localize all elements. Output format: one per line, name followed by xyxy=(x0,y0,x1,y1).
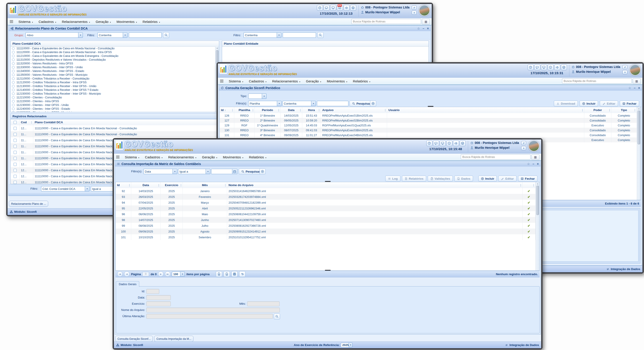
form-nome-arquivo-field[interactable] xyxy=(146,308,280,312)
menu-relacionamentos[interactable]: Relacionamentos xyxy=(62,20,90,24)
search-input[interactable] xyxy=(562,78,632,84)
radio-button[interactable] xyxy=(12,74,15,76)
menu-relatorios[interactable]: Relatórios xyxy=(249,155,267,159)
close-session-button[interactable] xyxy=(521,146,526,150)
account-list-item[interactable]: 112130000 - Créditos Tributários a Receb… xyxy=(11,84,216,88)
radio-button[interactable] xyxy=(12,55,15,57)
account-list-item[interactable]: 111110000 - Caixa e Equivalentes de Caix… xyxy=(11,46,216,50)
menu-relatorios[interactable]: Relatórios xyxy=(353,79,371,83)
column-menu-icon[interactable] xyxy=(634,108,636,112)
radio-button[interactable] xyxy=(12,66,15,68)
menu-relacionamentos[interactable]: Relacionamentos xyxy=(272,79,300,83)
table-row[interactable]: 93 26/03/2025 2025 Fevereiro 20250326174… xyxy=(116,194,536,200)
row-checkbox[interactable] xyxy=(14,175,17,178)
chat-icon[interactable] xyxy=(433,140,439,146)
help-icon[interactable]: ? xyxy=(317,5,323,11)
validacoes-button[interactable]: Validações xyxy=(428,176,453,182)
menu-relacionamentos[interactable]: Relacionamentos xyxy=(168,155,196,159)
table-row[interactable]: 98 14/07/2025 2025 Junho 202507141309070… xyxy=(116,217,536,223)
close-session-button[interactable] xyxy=(622,70,627,74)
close-routine-icon[interactable] xyxy=(537,162,539,166)
download-button[interactable]: Download xyxy=(554,100,578,106)
export-pdf-button[interactable]: PDF xyxy=(216,271,222,277)
column-menu-icon[interactable] xyxy=(231,108,234,112)
form-id-field[interactable] xyxy=(146,289,159,294)
column-menu-icon[interactable] xyxy=(158,184,160,187)
taskbar-tab-relacionamento[interactable]: Relacionamento Plano de ... xyxy=(9,201,48,207)
account-list-item[interactable]: 111320000 - Valores Restituíveis - Intra… xyxy=(11,62,216,65)
account-list-item[interactable]: 111340000 - Valores Restituíveis - Inter… xyxy=(11,69,216,73)
table-row[interactable]: 92 14/03/2025 2025 Janeiro 2025031416462… xyxy=(116,188,536,194)
radio-button[interactable] xyxy=(12,85,15,88)
select-all-checkbox[interactable] xyxy=(14,121,17,124)
account-list-item[interactable]: 111210000 - Caixa e Equivalentes de Caix… xyxy=(11,54,216,58)
filtro-field-select[interactable]: Planilha xyxy=(248,101,282,106)
close-session-button[interactable] xyxy=(412,11,416,15)
row-checkbox[interactable] xyxy=(14,133,17,136)
column-menu-icon[interactable] xyxy=(520,184,522,187)
account-list-item[interactable]: 111120000 - Caixa e Equivalentes de Caix… xyxy=(11,50,216,54)
table-row[interactable]: 96 06/06/2025 2025 Maio 2025060610442210… xyxy=(116,211,536,217)
search-input[interactable] xyxy=(461,154,530,160)
column-menu-icon[interactable] xyxy=(30,121,33,124)
radio-button[interactable] xyxy=(12,70,15,72)
table-row[interactable]: 100 09/09/2025 2025 Agosto 2025090915123… xyxy=(116,228,536,234)
page-number-input[interactable] xyxy=(142,272,149,276)
menu-hamburger-icon[interactable] xyxy=(116,156,120,158)
form-mes-field[interactable] xyxy=(247,301,280,306)
editar-button[interactable]: Editar xyxy=(498,176,516,182)
first-page-button[interactable]: |◀ xyxy=(117,272,122,277)
table-row[interactable]: 129 RGF 1º Quadrimestre 12/05/2025 14:45… xyxy=(220,123,637,128)
search-input[interactable] xyxy=(351,19,421,24)
incluir-button[interactable]: Incluir xyxy=(580,100,598,106)
help-icon[interactable]: ? xyxy=(528,64,534,70)
taskbar-tab-matriz[interactable]: Consulta Importação da M... xyxy=(154,336,194,342)
column-menu-icon[interactable] xyxy=(608,108,611,112)
keyboard-icon[interactable] xyxy=(633,78,641,84)
refresh-button[interactable] xyxy=(622,65,627,69)
profile-icon[interactable] xyxy=(350,5,356,11)
row-checkbox[interactable] xyxy=(14,181,17,184)
filtro-op-select[interactable]: Contenha xyxy=(282,101,316,106)
column-menu-icon[interactable] xyxy=(252,108,254,112)
radio-button[interactable] xyxy=(12,51,15,54)
page-size-select[interactable]: 100 xyxy=(172,272,185,276)
close-routine-icon[interactable] xyxy=(427,27,429,30)
ano-referencia-select[interactable]: 2025 xyxy=(341,343,352,347)
table-row[interactable]: 131 RREO 4º Bimestre 09/09/2025 11:01:27… xyxy=(220,132,637,138)
reset-button[interactable] xyxy=(239,271,246,277)
lookup-user-button[interactable] xyxy=(274,314,280,319)
form-exercicio-field[interactable] xyxy=(146,301,171,306)
row-checkbox[interactable] xyxy=(14,163,17,166)
fechar-button[interactable]: Fechar xyxy=(518,176,538,182)
tab-dados-gerais[interactable]: Dados Gerais xyxy=(116,281,139,287)
last-page-button[interactable]: ▶| xyxy=(165,272,170,277)
training-icon[interactable] xyxy=(541,64,547,70)
calendar-icon[interactable] xyxy=(232,169,237,174)
profile-icon[interactable] xyxy=(460,140,466,146)
search-button[interactable] xyxy=(163,32,169,38)
log-button[interactable]: Log xyxy=(385,176,400,182)
menu-movimentos[interactable]: Movimentos xyxy=(116,20,137,24)
table-row[interactable]: 94 07/04/2025 2025 Março 202504070948121… xyxy=(116,200,536,206)
account-list-item[interactable]: 112240000 - Clientes - Inter OFSS - Esta… xyxy=(11,107,216,110)
taskbar-tab-siconfi[interactable]: Consulta Geração Siconf... xyxy=(115,336,153,342)
avatar[interactable] xyxy=(419,5,430,16)
favorite-icon[interactable] xyxy=(417,27,420,30)
table-row[interactable]: 130 RREO 3º Bimestre 08/07/2025 09:41:03… xyxy=(220,128,637,132)
menu-hamburger-icon[interactable] xyxy=(220,80,224,82)
chat-icon[interactable] xyxy=(324,5,330,11)
dados-xml-button[interactable]: XMLDados xyxy=(454,176,473,182)
announcements-icon[interactable] xyxy=(554,64,560,70)
column-menu-icon[interactable] xyxy=(384,108,386,112)
radio-button[interactable] xyxy=(12,100,15,102)
account-list-item[interactable]: 112140000 - Créditos Tributários a Receb… xyxy=(11,88,216,92)
scroll-up-icon[interactable] xyxy=(216,46,219,50)
pesquisar-button[interactable]: Pesquisar xyxy=(239,168,263,174)
filtro-entidade-op-select[interactable]: Contenha xyxy=(244,32,281,38)
menu-cadastros[interactable]: Cadastros xyxy=(249,79,267,83)
save-layout-button[interactable] xyxy=(232,271,238,277)
menu-sistema[interactable]: Sistema xyxy=(125,155,140,159)
form-ultima-alteracao-field[interactable] xyxy=(146,314,273,319)
menu-geracao[interactable]: Geração xyxy=(202,155,218,159)
